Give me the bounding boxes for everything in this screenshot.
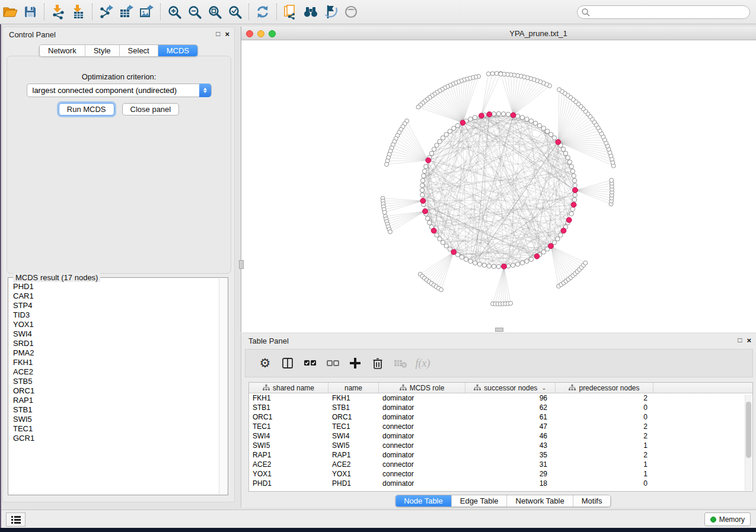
mcds-result-item[interactable]: YOX1 <box>13 320 219 329</box>
network-node[interactable] <box>537 123 541 127</box>
mcds-dominator-node[interactable] <box>423 209 428 214</box>
maximize-window-icon[interactable] <box>269 30 276 37</box>
network-node[interactable] <box>416 105 420 109</box>
select-all-button[interactable] <box>299 354 321 373</box>
network-node[interactable] <box>509 301 513 305</box>
mcds-dominator-node[interactable] <box>556 139 561 145</box>
hide-panel-button[interactable] <box>321 3 341 21</box>
mcds-result-item[interactable]: CAR1 <box>13 291 219 301</box>
mcds-result-item[interactable]: FKH1 <box>13 358 219 367</box>
network-node[interactable] <box>501 112 505 116</box>
find-button[interactable] <box>301 3 321 21</box>
delete-columns-button[interactable] <box>366 354 389 373</box>
network-node[interactable] <box>495 72 499 76</box>
network-node[interactable] <box>496 264 500 268</box>
table-row[interactable]: STB1STB1dominator620 <box>249 403 752 412</box>
mcds-dominator-node[interactable] <box>479 113 484 118</box>
mcds-result-list[interactable]: PHD1CAR1STP4TID3YOX1SWI4SRD1PMA2FKH1ACE2… <box>9 278 219 494</box>
add-column-button[interactable] <box>344 354 366 373</box>
mcds-result-item[interactable]: STP4 <box>13 301 219 310</box>
mcds-dominator-node[interactable] <box>573 188 578 193</box>
network-node[interactable] <box>425 216 429 220</box>
clear-selection-button[interactable] <box>321 354 344 373</box>
table-scrollbar-thumb[interactable] <box>746 402 751 458</box>
network-node[interactable] <box>546 129 550 133</box>
mcds-dominator-node[interactable] <box>548 243 554 249</box>
mcds-dominator-node[interactable] <box>431 228 436 233</box>
network-node[interactable] <box>422 174 426 178</box>
network-node[interactable] <box>420 183 425 187</box>
export-network-button[interactable] <box>96 3 116 21</box>
network-node[interactable] <box>557 88 562 92</box>
mcds-result-item[interactable]: TEC1 <box>13 424 219 434</box>
network-node[interactable] <box>422 169 426 173</box>
show-columns-button[interactable] <box>276 354 299 373</box>
tab-network-table[interactable]: Network Table <box>507 495 573 507</box>
network-node[interactable] <box>563 151 567 155</box>
network-node[interactable] <box>455 123 460 127</box>
open-file-button[interactable] <box>0 3 20 21</box>
node-table[interactable]: shared namenameMCDS rolesuccessor nodes⌄… <box>248 382 753 492</box>
mcds-dominator-node[interactable] <box>451 249 457 255</box>
mcds-dominator-node[interactable] <box>420 198 426 204</box>
criterion-dropdown[interactable]: largest connected component (undirected) <box>27 84 212 97</box>
network-node[interactable] <box>573 193 577 197</box>
table-row[interactable]: YOX1YOX1connector291 <box>249 469 752 479</box>
network-node[interactable] <box>486 72 490 76</box>
mcds-list-scrollbar[interactable] <box>219 278 227 494</box>
network-node[interactable] <box>490 72 495 76</box>
network-node[interactable] <box>572 198 576 202</box>
table-options-button[interactable]: ⚙ <box>254 354 276 373</box>
show-graphics-details-button[interactable] <box>341 3 361 21</box>
mcds-result-item[interactable]: ACE2 <box>13 367 219 377</box>
mcds-result-item[interactable]: ORC1 <box>13 386 219 396</box>
network-node[interactable] <box>492 264 496 268</box>
minimize-window-icon[interactable] <box>257 30 264 37</box>
network-node[interactable] <box>444 132 448 136</box>
mcds-dominator-node[interactable] <box>460 120 465 126</box>
network-node[interactable] <box>610 178 614 182</box>
close-panel-icon[interactable]: × <box>225 30 229 39</box>
network-node[interactable] <box>438 139 442 143</box>
export-image-button[interactable] <box>136 3 157 21</box>
mcds-dominator-node[interactable] <box>487 112 492 117</box>
mcds-dominator-node[interactable] <box>511 113 516 118</box>
mcds-dominator-node[interactable] <box>571 202 576 207</box>
network-node[interactable] <box>420 193 425 197</box>
column-header-name[interactable]: name <box>328 383 379 393</box>
network-node[interactable] <box>566 155 570 159</box>
network-node[interactable] <box>529 119 533 123</box>
column-header-predecessor-nodes[interactable]: predecessor nodes <box>556 383 653 393</box>
network-node[interactable] <box>477 262 481 266</box>
network-node[interactable] <box>432 147 436 151</box>
tab-network[interactable]: Network <box>40 45 85 56</box>
close-panel-icon[interactable]: × <box>747 336 751 345</box>
network-node[interactable] <box>499 72 503 76</box>
tab-motifs[interactable]: Motifs <box>573 495 611 507</box>
mcds-result-item[interactable]: SWI4 <box>13 329 219 339</box>
network-vscroll-thumb[interactable] <box>239 260 244 269</box>
memory-button[interactable]: Memory <box>704 512 751 526</box>
network-node[interactable] <box>448 129 452 133</box>
network-node[interactable] <box>468 259 473 263</box>
network-node[interactable] <box>441 241 445 245</box>
float-window-icon[interactable]: □ <box>216 30 220 39</box>
table-row[interactable]: FKH1FKH1dominator962 <box>249 393 752 403</box>
mcds-result-item[interactable]: PHD1 <box>13 282 219 291</box>
network-node[interactable] <box>438 237 442 241</box>
mcds-result-item[interactable]: STB1 <box>13 405 219 415</box>
export-table-button[interactable] <box>116 3 136 21</box>
network-node[interactable] <box>452 126 456 130</box>
network-node[interactable] <box>424 164 428 168</box>
network-node[interactable] <box>529 257 533 261</box>
network-node[interactable] <box>511 263 515 267</box>
table-row[interactable]: SWI5SWI5connector431 <box>249 441 752 450</box>
tab-node-table[interactable]: Node Table <box>395 495 451 507</box>
network-node[interactable] <box>570 207 575 211</box>
network-node[interactable] <box>439 288 444 292</box>
network-node[interactable] <box>506 112 511 116</box>
mcds-result-item[interactable]: SWI5 <box>13 415 219 424</box>
network-node[interactable] <box>573 183 577 187</box>
network-node[interactable] <box>468 117 473 121</box>
close-window-icon[interactable] <box>246 30 253 37</box>
